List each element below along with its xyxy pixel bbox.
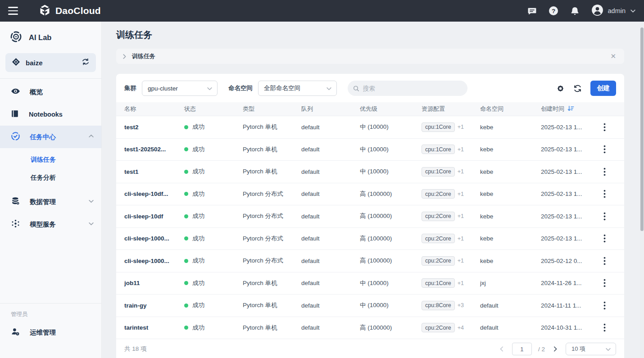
job-name-link[interactable]: test1 — [124, 168, 184, 175]
column-priority[interactable]: 优先级 — [360, 105, 422, 113]
table-row[interactable]: cli-sleep-1000... 成功 Pytorch 分布式 default… — [116, 250, 624, 272]
bell-icon[interactable] — [570, 6, 580, 16]
row-actions-kebab-icon[interactable] — [600, 277, 609, 289]
resource-extra-count[interactable]: +1 — [458, 168, 464, 175]
column-resource[interactable]: 资源配置 — [422, 105, 480, 113]
row-actions-kebab-icon[interactable] — [600, 121, 609, 133]
sidebar-item-overview[interactable]: 概览 — [0, 81, 101, 103]
table-row[interactable]: test2 成功 Pytorch 单机 default 中 (10000) cp… — [116, 116, 624, 139]
column-queue[interactable]: 队列 — [301, 105, 360, 113]
page-size-select[interactable]: 10 项 — [566, 343, 616, 355]
column-created-label[interactable]: 创建时间 — [541, 105, 564, 113]
settings-gear-icon[interactable] — [556, 84, 565, 93]
table-row[interactable]: tarintest 成功 Pytorch 单机 default 高 (10000… — [116, 317, 624, 340]
workspace-switch-icon[interactable] — [82, 58, 90, 68]
table-row[interactable]: train-gy 成功 Pytorch 单机 default 中 (10000)… — [116, 295, 624, 317]
refresh-icon[interactable] — [573, 84, 582, 93]
job-name-link[interactable]: test1-202502... — [124, 146, 184, 153]
pagination: / 2 10 项 — [498, 343, 616, 355]
sidebar-item-notebooks[interactable]: Notebooks — [0, 103, 101, 126]
resource-extra-count[interactable]: +1 — [458, 191, 464, 197]
table-row[interactable]: cli-sleep-10df... 成功 Pytorch 分布式 default… — [116, 183, 624, 206]
row-actions-kebab-icon[interactable] — [600, 232, 609, 245]
help-icon[interactable]: ? — [549, 6, 558, 16]
chevron-down-icon — [207, 86, 213, 91]
sidebar-subitem-training-tasks[interactable]: 训练任务 — [0, 151, 101, 169]
row-actions-kebab-icon[interactable] — [600, 143, 609, 155]
job-type: Pytorch 单机 — [243, 123, 301, 131]
table-row[interactable]: test1 成功 Pytorch 单机 default 中 (10000) cp… — [116, 161, 624, 183]
job-priority: 高 (100000) — [360, 190, 422, 198]
job-name-link[interactable]: cli-sleep-1000... — [124, 258, 184, 264]
scrollbar-thumb[interactable] — [640, 27, 644, 231]
vertical-scrollbar[interactable] — [640, 22, 644, 358]
table-row[interactable]: cli-sleep-1000... 成功 Pytorch 分布式 default… — [116, 228, 624, 250]
table-row[interactable]: cli-sleep-10df 成功 Pytorch 分布式 default 高 … — [116, 205, 624, 228]
next-page-icon[interactable] — [551, 345, 559, 353]
job-name-link[interactable]: tarintest — [124, 324, 184, 331]
ai-lab-icon — [10, 31, 22, 45]
chevron-down-icon — [88, 198, 94, 205]
sidebar-item-data-management[interactable]: 数据管理 — [0, 190, 101, 213]
job-status: 成功 — [184, 279, 243, 287]
job-name-link[interactable]: cli-sleep-1000... — [124, 235, 184, 242]
job-name-link[interactable]: cli-sleep-10df... — [124, 190, 184, 197]
sidebar-product[interactable]: AI Lab — [0, 22, 101, 52]
table-row[interactable]: job11 成功 Pytorch 单机 default 中 (10000) cp… — [116, 272, 624, 295]
resource-extra-count[interactable]: +1 — [458, 146, 464, 153]
resource-extra-count[interactable]: +1 — [458, 258, 464, 264]
cluster-select[interactable]: gpu-cluster — [142, 81, 218, 96]
row-actions-kebab-icon[interactable] — [600, 322, 609, 334]
job-priority: 高 (100000) — [360, 235, 422, 243]
search-input[interactable] — [363, 85, 462, 92]
resource-extra-count[interactable]: +4 — [458, 325, 464, 331]
sort-descending-icon[interactable] — [567, 105, 574, 113]
table-row[interactable]: test1-202502... 成功 Pytorch 单机 default 中 … — [116, 139, 624, 161]
sidebar-item-label: 概览 — [30, 88, 43, 96]
breadcrumb-item[interactable]: 训练任务 — [132, 52, 155, 60]
sidebar-subitem-task-analysis[interactable]: 任务分析 — [0, 169, 101, 187]
resource-extra-count[interactable]: +3 — [458, 302, 464, 308]
close-icon[interactable]: ✕ — [608, 52, 619, 60]
resource-badge: cpu:1Core — [422, 145, 455, 154]
column-name[interactable]: 名称 — [124, 105, 184, 113]
user-menu[interactable]: admin — [591, 4, 636, 18]
sidebar-item-task-center[interactable]: 任务中心 — [0, 126, 101, 148]
brand-logo[interactable]: DaoCloud — [39, 4, 101, 18]
job-name-link[interactable]: test2 — [124, 124, 184, 131]
row-actions-kebab-icon[interactable] — [600, 255, 609, 267]
job-namespace: kebe — [480, 235, 541, 242]
create-button[interactable]: 创建 — [590, 81, 616, 96]
job-name-link[interactable]: train-gy — [124, 302, 184, 309]
resource-extra-count[interactable]: +1 — [458, 213, 464, 219]
resource-extra-count[interactable]: +1 — [458, 236, 464, 242]
job-created-time: 2025-02-13 1... — [541, 168, 593, 175]
status-text: 成功 — [192, 145, 204, 154]
job-resource: cpu:2Core +4 — [422, 323, 480, 332]
chat-icon[interactable] — [527, 6, 537, 16]
prev-page-icon[interactable] — [498, 345, 506, 353]
status-dot — [184, 259, 188, 263]
job-name-link[interactable]: cli-sleep-10df — [124, 213, 184, 220]
page-number-input[interactable] — [512, 343, 532, 355]
status-dot — [184, 281, 188, 285]
sidebar-item-ops-management[interactable]: 运维管理 — [0, 321, 101, 344]
namespace-select[interactable]: 全部命名空间 — [258, 81, 337, 96]
job-name-link[interactable]: job11 — [124, 280, 184, 286]
resource-extra-count[interactable]: +1 — [458, 124, 464, 130]
resource-extra-count[interactable]: +1 — [458, 280, 464, 286]
row-actions-kebab-icon[interactable] — [600, 166, 609, 178]
job-status: 成功 — [184, 168, 243, 176]
hamburger-menu-icon[interactable] — [8, 6, 20, 15]
column-type[interactable]: 类型 — [243, 105, 301, 113]
sidebar-item-model-services[interactable]: 模型服务 — [0, 213, 101, 236]
column-namespace[interactable]: 命名空间 — [480, 105, 541, 113]
row-actions-kebab-icon[interactable] — [600, 188, 609, 200]
job-created-time: 2025-02-13 1... — [541, 146, 593, 153]
row-actions-kebab-icon[interactable] — [600, 299, 609, 312]
resource-badge: cpu:2Core — [422, 234, 455, 243]
column-status[interactable]: 状态 — [184, 105, 243, 113]
workspace-selector[interactable]: baize — [5, 53, 96, 72]
row-actions-kebab-icon[interactable] — [600, 210, 609, 222]
job-queue: default — [301, 258, 360, 264]
